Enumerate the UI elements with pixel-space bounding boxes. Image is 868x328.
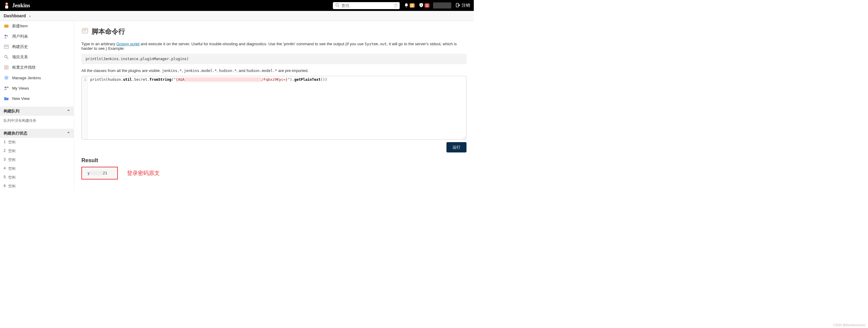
executor-row: 3空闲 [0,155,74,164]
section-title: 构建队列 [4,109,20,114]
notifications-button[interactable]: 2 [404,3,414,8]
executor-row: 6空闲 [0,182,74,191]
chevron-up-icon: ⌃ [67,131,70,136]
svg-point-13 [5,55,7,58]
alerts-button[interactable]: ! 1 [419,3,429,8]
search-input[interactable] [341,3,393,8]
svg-point-17 [5,77,7,79]
svg-point-2 [6,3,8,5]
svg-text:!: ! [421,4,422,7]
logout-label: 注销 [462,3,470,8]
editor-gutter: 1 [82,76,88,140]
section-title: 构建执行状态 [4,130,27,136]
jenkins-icon [4,2,10,9]
script-icon [82,27,89,36]
queue-empty-text: 队列中没有构建任务 [0,116,74,126]
gear-icon [4,75,9,81]
groovy-link[interactable]: Groovy script [116,41,140,46]
notif-badge: 2 [410,3,414,8]
fingerprint-icon [4,65,9,70]
sidebar-item-label: My Views [12,86,29,90]
breadcrumb-root[interactable]: Dashboard [4,13,26,18]
sidebar-item-relations[interactable]: 项目关系 [0,52,74,62]
imports-description: All the classes from all the plugins are… [82,68,466,73]
sidebar-item-newview[interactable]: New View [0,93,74,103]
sidebar-item-history[interactable]: 构建历史 [0,41,74,52]
sidebar-item-label: 用户列表 [12,34,28,39]
svg-line-4 [338,6,339,7]
svg-line-14 [7,57,8,59]
result-output: yxxxxxx21 [82,167,118,179]
sidebar: 新建Item 用户列表 构建历史 项目关系 检查文件指纹 Manage Jenk… [0,21,74,191]
sidebar-item-label: 项目关系 [12,54,28,60]
search-icon [4,54,9,60]
resize-handle[interactable] [462,135,466,139]
top-bar: Jenkins ? 2 ! 1 注销 [0,0,474,11]
executor-row: 1空闲 [0,138,74,147]
sidebar-item-label: 检查文件指纹 [12,65,36,70]
logout-icon [456,3,460,8]
chevron-up-icon: ⌃ [67,109,70,114]
executor-status-header[interactable]: 构建执行状态 ⌃ [0,129,74,138]
alert-badge: 1 [425,3,429,8]
script-editor[interactable]: 1 println(hudson.util.Secret.fromString(… [82,76,466,140]
search-box[interactable]: ? [333,2,400,9]
logout-button[interactable]: 注销 [456,3,470,8]
result-heading: Result [82,157,466,164]
search-help-icon[interactable]: ? [394,3,397,8]
svg-rect-19 [7,87,8,88]
brand-text: Jenkins [12,2,30,9]
sidebar-item-new[interactable]: 新建Item [0,21,74,31]
sidebar-item-label: 构建历史 [12,44,28,50]
main-content: 脚本命令行 Type in an arbitrary Groovy script… [74,21,474,191]
my-views-icon [4,85,9,91]
sidebar-item-manage[interactable]: Manage Jenkins [0,72,74,83]
svg-rect-7 [4,25,8,28]
svg-rect-20 [82,28,88,33]
breadcrumb: Dashboard ▸ [0,11,474,21]
annotation-text: 登录密码原文 [127,170,160,177]
build-queue-header[interactable]: 构建队列 ⌃ [0,107,74,116]
shield-icon: ! [419,3,424,8]
bell-icon [404,3,409,8]
svg-point-9 [7,35,8,37]
sidebar-item-myviews[interactable]: My Views [0,83,74,93]
svg-rect-15 [5,66,8,69]
run-button[interactable]: 运行 [446,142,466,152]
svg-point-3 [336,3,339,6]
executor-row: 5空闲 [0,173,74,182]
sidebar-item-label: 新建Item [12,23,28,29]
sidebar-item-people[interactable]: 用户列表 [0,31,74,41]
svg-point-18 [5,87,6,88]
svg-rect-1 [5,5,8,8]
description: Type in an arbitrary Groovy script and e… [82,41,466,51]
sidebar-item-label: Manage Jenkins [12,76,41,80]
people-icon [4,34,9,39]
executor-row: 2空闲 [0,147,74,155]
user-menu[interactable] [433,2,451,8]
history-icon [4,44,9,50]
sidebar-item-label: New View [12,96,30,101]
svg-line-25 [465,139,466,139]
editor-content[interactable]: println(hudson.util.Secret.fromString("{… [88,76,466,140]
jenkins-logo[interactable]: Jenkins [4,2,30,9]
new-item-icon [4,23,9,29]
new-view-icon [4,96,9,101]
page-title: 脚本命令行 [82,27,466,36]
chevron-right-icon: ▸ [29,14,31,18]
executor-row: 4空闲 [0,164,74,173]
sidebar-item-fingerprint[interactable]: 检查文件指纹 [0,62,74,72]
search-icon [335,3,340,8]
svg-point-8 [5,35,6,36]
example-code: println(Jenkins.instance.pluginManager.p… [82,54,466,64]
